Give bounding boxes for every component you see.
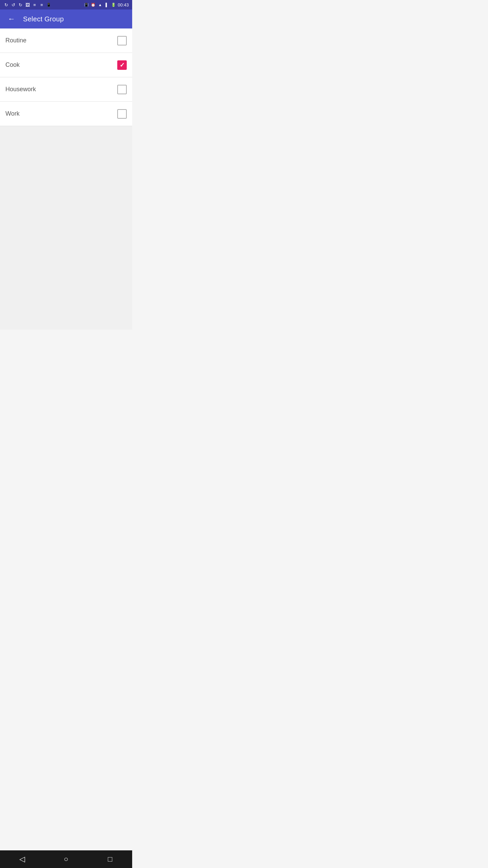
icon-list2: ≡ [39,2,44,7]
status-bar: ↻ ↺ ↻ 🖼 ≡ ≡ 📱 📳 ⏰ ▲ ▌ 🔋 00:43 [0,0,132,9]
icon-image: 🖼 [25,2,30,7]
icon-rotate1: ↻ [3,2,9,7]
icon-list1: ≡ [32,2,37,7]
checkbox-routine[interactable] [117,36,127,45]
checkbox-cook[interactable] [117,60,127,70]
group-label-work: Work [5,110,20,117]
page-title: Select Group [23,15,64,23]
icon-alarm: ⏰ [90,2,96,7]
checkbox-housework[interactable] [117,85,127,94]
status-bar-left-icons: ↻ ↺ ↻ 🖼 ≡ ≡ 📱 [3,2,52,7]
status-bar-right-icons: 📳 ⏰ ▲ ▌ 🔋 00:43 [84,2,129,7]
back-button[interactable]: ← [5,13,18,25]
icon-battery: 🔋 [111,2,116,7]
icon-wifi: ▲ [97,2,103,7]
list-item-routine[interactable]: Routine [0,28,132,53]
list-item-work[interactable]: Work [0,102,132,126]
empty-content-area [0,126,132,330]
status-time: 00:43 [118,2,129,7]
icon-vibrate: 📳 [84,2,89,7]
icon-signal: ▌ [104,2,109,7]
group-label-housework: Housework [5,86,36,93]
content-area: Routine Cook Housework Work [0,28,132,330]
app-bar: ← Select Group [0,9,132,28]
group-label-cook: Cook [5,61,20,68]
icon-phone: 📱 [46,2,52,7]
list-item-housework[interactable]: Housework [0,77,132,102]
list-item-cook[interactable]: Cook [0,53,132,77]
icon-rotate2: ↺ [11,2,16,7]
checkbox-work[interactable] [117,109,127,119]
icon-rotate3: ↻ [18,2,23,7]
group-label-routine: Routine [5,37,26,44]
